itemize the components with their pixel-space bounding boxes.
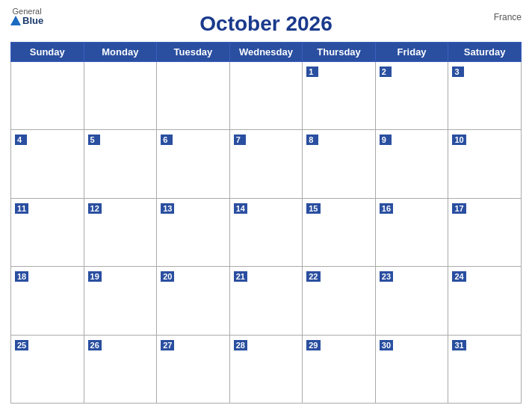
day-number: 12 (88, 203, 102, 214)
calendar-cell: 3 (448, 62, 522, 130)
week-row-3: 11121314151617 (11, 198, 522, 266)
calendar-cell: 9 (375, 130, 448, 198)
day-number: 26 (88, 340, 102, 350)
day-number: 18 (15, 271, 28, 282)
month-title: October 2026 (200, 12, 332, 36)
calendar-cell: 18 (11, 267, 84, 335)
calendar-cell: 26 (84, 335, 157, 403)
calendar-cell: 6 (157, 130, 230, 198)
weekday-friday: Friday (375, 43, 448, 62)
day-number: 11 (15, 203, 28, 214)
calendar-cell: 28 (229, 335, 303, 403)
logo-blue-text: Blue (10, 16, 43, 25)
day-number: 7 (234, 135, 246, 145)
week-row-2: 45678910 (11, 130, 522, 198)
calendar-cell: 23 (375, 267, 448, 335)
calendar-cell: 31 (448, 335, 522, 403)
day-number: 10 (452, 135, 466, 145)
day-number: 1 (306, 67, 318, 77)
weekday-saturday: Saturday (448, 43, 522, 62)
day-number: 27 (161, 340, 174, 350)
calendar-cell: 2 (375, 62, 448, 130)
calendar-cell: 10 (448, 130, 522, 198)
day-number: 9 (380, 135, 392, 145)
calendar-cell: 20 (157, 267, 230, 335)
day-number: 20 (161, 271, 174, 282)
day-number: 15 (306, 203, 320, 214)
calendar-cell: 15 (303, 198, 376, 266)
week-row-1: 123 (11, 62, 522, 130)
day-number: 5 (88, 135, 100, 145)
calendar-cell (11, 62, 84, 130)
calendar-cell: 11 (11, 198, 84, 266)
day-number: 4 (15, 135, 27, 145)
day-number: 24 (452, 271, 466, 282)
calendar-cell (229, 62, 303, 130)
calendar-cell: 27 (157, 335, 230, 403)
weekday-sunday: Sunday (11, 43, 84, 62)
day-number: 14 (234, 203, 247, 214)
logo: General Blue (10, 7, 43, 25)
calendar-cell: 13 (157, 198, 230, 266)
calendar-cell: 29 (303, 335, 376, 403)
calendar-cell: 22 (303, 267, 376, 335)
calendar-cell: 17 (448, 198, 522, 266)
weekday-monday: Monday (84, 43, 157, 62)
day-number: 21 (234, 271, 247, 282)
day-number: 28 (234, 340, 247, 350)
calendar-cell: 21 (229, 267, 303, 335)
calendar-cell: 12 (84, 198, 157, 266)
day-number: 31 (452, 340, 466, 350)
calendar-cell: 30 (375, 335, 448, 403)
calendar-cell: 24 (448, 267, 522, 335)
day-number: 25 (15, 340, 28, 350)
calendar-cell: 8 (303, 130, 376, 198)
day-number: 3 (452, 67, 464, 77)
logo-triangle-icon (10, 16, 21, 25)
calendar-cell (157, 62, 230, 130)
calendar-cell: 5 (84, 130, 157, 198)
day-number: 6 (161, 135, 173, 145)
day-number: 16 (380, 203, 393, 214)
country-label: France (494, 12, 522, 22)
calendar-cell (84, 62, 157, 130)
day-number: 2 (380, 67, 392, 77)
week-row-4: 18192021222324 (11, 267, 522, 335)
week-row-5: 25262728293031 (11, 335, 522, 403)
calendar-table: SundayMondayTuesdayWednesdayThursdayFrid… (10, 42, 522, 404)
weekday-tuesday: Tuesday (157, 43, 230, 62)
calendar-cell: 4 (11, 130, 84, 198)
day-number: 19 (88, 271, 102, 282)
day-number: 23 (380, 271, 393, 282)
calendar-cell: 19 (84, 267, 157, 335)
calendar-cell: 1 (303, 62, 376, 130)
day-number: 22 (306, 271, 320, 282)
calendar-cell: 7 (229, 130, 303, 198)
weekday-thursday: Thursday (303, 43, 376, 62)
day-number: 17 (452, 203, 466, 214)
weekday-header-row: SundayMondayTuesdayWednesdayThursdayFrid… (11, 43, 522, 62)
day-number: 13 (161, 203, 174, 214)
calendar-cell: 25 (11, 335, 84, 403)
weekday-wednesday: Wednesday (229, 43, 303, 62)
day-number: 30 (380, 340, 393, 350)
calendar-header: General Blue October 2026 France (10, 7, 522, 37)
calendar-cell: 16 (375, 198, 448, 266)
day-number: 29 (306, 340, 320, 350)
calendar-cell: 14 (229, 198, 303, 266)
day-number: 8 (306, 135, 318, 145)
